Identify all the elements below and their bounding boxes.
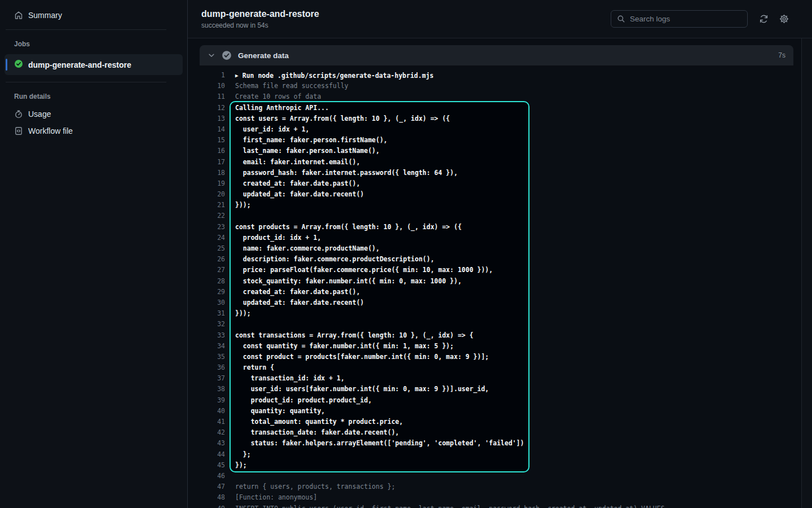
success-check-icon (14, 59, 23, 70)
log-line-text: updated_at: faker.date.recent() (225, 189, 364, 200)
log-line-text: created_at: faker.date.past(), (225, 287, 360, 297)
log-line-number[interactable]: 41 (188, 417, 225, 427)
log-line-text: Create 10 rows of data (225, 91, 321, 102)
log-line-number[interactable]: 15 (188, 135, 225, 146)
log-line-number[interactable]: 37 (188, 373, 225, 384)
log-line: 37 transaction_id: idx + 1, (188, 373, 801, 384)
log-line: 40 quantity: quantity, (188, 406, 801, 417)
log-line-number[interactable]: 40 (188, 406, 225, 417)
log-line-number[interactable]: 38 (188, 384, 225, 395)
log-line-text: const products = Array.from({ length: 10… (225, 222, 462, 233)
log-line: 17 email: faker.internet.email(), (188, 157, 801, 168)
log-line-number[interactable]: 27 (188, 265, 225, 275)
run-status-text: succeeded now in 54s (201, 21, 319, 29)
log-line-number[interactable]: 48 (188, 492, 225, 503)
log-line: 42 transaction_date: faker.date.recent()… (188, 427, 801, 438)
log-line-number[interactable]: 1 (188, 70, 225, 81)
log-line-number[interactable]: 43 (188, 438, 225, 449)
refresh-logs-button[interactable] (754, 10, 773, 28)
log-line: 45}); (188, 460, 801, 471)
chevron-down-icon[interactable] (208, 51, 215, 59)
log-line-number[interactable]: 39 (188, 395, 225, 406)
log-line-text: email: faker.internet.email(), (225, 157, 360, 168)
log-line-number[interactable]: 23 (188, 222, 225, 233)
log-panel: Generate data 7s 1▶Run node .github/scri… (188, 38, 802, 508)
log-line-number[interactable]: 13 (188, 113, 225, 124)
expand-group-icon[interactable]: ▶ (235, 72, 239, 78)
scrollbar-gutter[interactable] (802, 38, 812, 508)
log-line-number[interactable]: 35 (188, 352, 225, 362)
log-line-number[interactable]: 32 (188, 319, 225, 330)
log-line-number[interactable]: 12 (188, 103, 225, 113)
log-line-number[interactable]: 44 (188, 449, 225, 460)
log-line: 44 }; (188, 449, 801, 460)
log-line-number[interactable]: 47 (188, 481, 225, 492)
log-line-text: Schema file read successfully (225, 81, 348, 91)
log-line-text: created_at: faker.date.past(), (225, 178, 360, 189)
run-header: dump-generate-and-restore succeeded now … (188, 0, 812, 38)
log-line-number[interactable]: 24 (188, 233, 225, 243)
log-line-number[interactable]: 10 (188, 81, 225, 91)
log-line: 35 const product = products[faker.number… (188, 352, 801, 362)
log-line-number[interactable]: 26 (188, 254, 225, 265)
log-line-text: }); (225, 460, 247, 471)
log-line: 26 description: faker.commerce.productDe… (188, 254, 801, 265)
log-line-text: price: parseFloat(faker.commerce.price({… (225, 265, 493, 275)
log-line-number[interactable]: 33 (188, 330, 225, 341)
sidebar-item-label: Workflow file (28, 126, 73, 135)
log-line-number[interactable]: 20 (188, 189, 225, 200)
log-line-text: updated_at: faker.date.recent() (225, 297, 364, 308)
log-line-number[interactable]: 22 (188, 211, 225, 221)
log-line: 38 user_id: users[faker.number.int({ min… (188, 384, 801, 395)
log-line-text: product_id: idx + 1, (225, 233, 321, 243)
log-line-number[interactable]: 18 (188, 168, 225, 178)
log-settings-button[interactable] (775, 10, 793, 28)
log-line-number[interactable]: 16 (188, 146, 225, 156)
log-line: 24 product_id: idx + 1, (188, 233, 801, 243)
log-line-number[interactable]: 28 (188, 276, 225, 287)
log-line: 22 (188, 211, 801, 221)
search-logs-input[interactable] (630, 15, 742, 23)
log-line-number[interactable]: 46 (188, 471, 225, 481)
log-line-number[interactable]: 31 (188, 308, 225, 319)
sidebar-item-summary[interactable]: Summary (0, 7, 187, 24)
log-line-text: INSERT INTO public.users (user_id, first… (225, 503, 665, 508)
log-line-number[interactable]: 49 (188, 503, 225, 508)
log-line-text: user_id: users[faker.number.int({ min: 0… (225, 384, 489, 395)
sidebar-job-dump-generate-and-restore[interactable]: dump-generate-and-restore (5, 54, 183, 75)
selected-job-accent-bar (6, 59, 7, 71)
sidebar-item-usage[interactable]: Usage (0, 106, 187, 122)
log-line-number[interactable]: 19 (188, 178, 225, 189)
sidebar-divider (6, 29, 166, 30)
log-line-text: const transactions = Array.from({ length… (225, 330, 473, 341)
log-line-number[interactable]: 34 (188, 341, 225, 352)
log-line-number[interactable]: 21 (188, 200, 225, 211)
log-line-number[interactable]: 11 (188, 91, 225, 102)
log-line-number[interactable]: 42 (188, 427, 225, 438)
log-line-number[interactable]: 14 (188, 124, 225, 135)
log-line: 15 first_name: faker.person.firstName(), (188, 135, 801, 146)
log-line-text: first_name: faker.person.firstName(), (225, 135, 387, 146)
log-line-number[interactable]: 25 (188, 243, 225, 254)
log-line-number[interactable]: 45 (188, 460, 225, 471)
log-line: 13const users = Array.from({ length: 10 … (188, 113, 801, 124)
log-line: 30 updated_at: faker.date.recent() (188, 297, 801, 308)
log-line: 48[Function: anonymous] (188, 492, 801, 503)
search-logs-box[interactable] (611, 10, 748, 28)
sidebar-item-workflow-file[interactable]: Workflow file (0, 122, 187, 139)
log-line: 49INSERT INTO public.users (user_id, fir… (188, 503, 801, 508)
log-line-text: last_name: faker.person.lastName(), (225, 146, 379, 156)
app-window: Summary Jobs dump-generate-and-restore R… (0, 0, 812, 508)
log-line-number[interactable]: 29 (188, 287, 225, 297)
log-line-text: name: faker.commerce.productName(), (225, 243, 379, 254)
log-line-text: user_id: idx + 1, (225, 124, 310, 135)
step-header-generate-data[interactable]: Generate data 7s (200, 45, 793, 65)
log-line-number[interactable]: 17 (188, 157, 225, 168)
log-line: 18 password_hash: faker.internet.passwor… (188, 168, 801, 178)
log-line-number[interactable]: 30 (188, 297, 225, 308)
search-icon (617, 15, 625, 23)
log-line-text (225, 319, 235, 330)
log-line: 39 product_id: product.product_id, (188, 395, 801, 406)
log-line-number[interactable]: 36 (188, 362, 225, 373)
log-line: 19 created_at: faker.date.past(), (188, 178, 801, 189)
